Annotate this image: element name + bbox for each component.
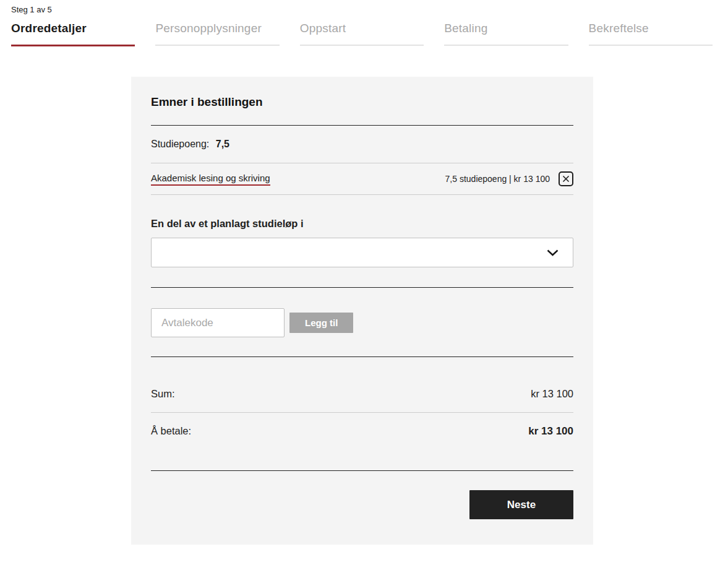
close-icon [562, 175, 570, 183]
step-tab-bekreftelse[interactable]: Bekreftelse [589, 22, 713, 46]
step-tab-label: Betaling [444, 22, 568, 35]
divider [151, 287, 573, 288]
next-row: Neste [151, 490, 573, 519]
credits-value: 7,5 [216, 139, 229, 149]
divider [151, 470, 573, 471]
step-tab-betaling[interactable]: Betaling [444, 22, 568, 46]
step-tab-label: Ordredetaljer [11, 22, 135, 35]
divider [151, 194, 573, 195]
step-tab-underline [444, 45, 568, 46]
next-button[interactable]: Neste [469, 490, 573, 519]
order-summary-card: Emner i bestillingen Studiepoeng: 7,5 Ak… [131, 77, 593, 545]
chevron-down-icon [547, 249, 559, 256]
course-details: 7,5 studiepoeng | kr 13 100 [445, 174, 550, 184]
course-meta: 7,5 studiepoeng | kr 13 100 [445, 171, 573, 186]
card-title: Emner i bestillingen [151, 95, 573, 109]
course-link[interactable]: Akademisk lesing og skriving [151, 173, 270, 186]
amount-due-row: Å betale: kr 13 100 [151, 413, 573, 470]
amount-due-value: kr 13 100 [528, 425, 573, 438]
sum-value: kr 13 100 [531, 388, 573, 400]
agreement-code-row: Legg til [151, 308, 573, 337]
study-path-label: En del av et planlagt studieløp i [151, 218, 573, 230]
step-tab-underline [589, 45, 713, 46]
step-tab-oppstart[interactable]: Oppstart [300, 22, 424, 46]
step-tab-ordredetaljer[interactable]: Ordredetaljer [11, 22, 135, 46]
step-tab-label: Oppstart [300, 22, 424, 35]
add-code-button[interactable]: Legg til [289, 313, 353, 333]
step-tabs: Ordredetaljer Personopplysninger Oppstar… [11, 22, 713, 46]
amount-due-label: Å betale: [151, 425, 191, 437]
sum-row: Sum: kr 13 100 [151, 357, 573, 412]
agreement-code-input[interactable] [151, 308, 285, 337]
course-row: Akademisk lesing og skriving 7,5 studiep… [151, 163, 573, 194]
credits-label: Studiepoeng: [151, 139, 209, 149]
step-tab-label: Personopplysninger [155, 22, 279, 35]
step-indicator: Steg 1 av 5 [11, 5, 713, 14]
step-tab-underline [155, 45, 279, 46]
checkout-stepper: Steg 1 av 5 Ordredetaljer Personopplysni… [0, 0, 728, 46]
remove-course-button[interactable] [559, 171, 573, 186]
step-tab-underline [300, 45, 424, 46]
credits-row: Studiepoeng: 7,5 [151, 126, 573, 163]
step-tab-label: Bekreftelse [589, 22, 713, 35]
sum-label: Sum: [151, 388, 175, 400]
study-path-select[interactable] [151, 238, 573, 267]
study-path-section: En del av et planlagt studieløp i [151, 218, 573, 267]
step-tab-personopplysninger[interactable]: Personopplysninger [155, 22, 279, 46]
step-tab-underline [11, 45, 135, 46]
